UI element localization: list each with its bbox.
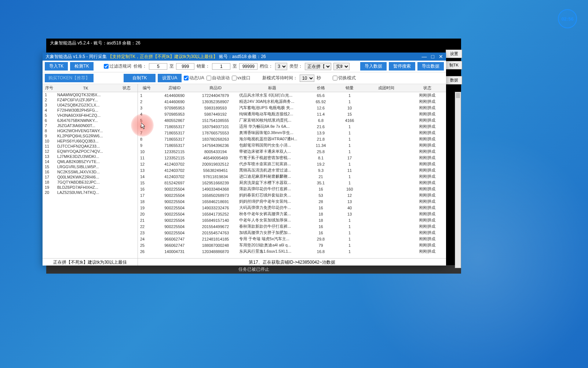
set-ua-button[interactable]: 设置UA <box>158 74 182 82</box>
table-row[interactable]: 1112335211546549095469竹篦子虱子梳超密齿加密梳...8.1… <box>138 155 446 161</box>
table-row[interactable]: 12412403702200919832512代步车喷水壶富路三轮富路...19… <box>138 161 446 167</box>
wait-label: 新模式等待时间： <box>262 75 297 81</box>
table-row[interactable]: 1341240370255638249451黑猫高压清洗机进水管过滤...9.3… <box>138 167 446 173</box>
filter-checkbox[interactable] <box>104 64 109 69</box>
right-col-header[interactable]: 编号 <box>138 84 156 92</box>
right-col-header[interactable]: 店铺ID <box>156 84 193 92</box>
maximize-icon[interactable]: □ <box>431 54 434 59</box>
back-btn-data[interactable]: 数据 <box>446 76 462 84</box>
clock-widget: 02:56 <box>558 9 577 28</box>
table-row[interactable]: 11DJTCCHFN2QAKZ33... <box>43 144 138 149</box>
table-row[interactable]: 7718655317178766575553奥博香味园珠笔0.38mm学生...… <box>138 130 446 136</box>
vx-api-label: vx接口 <box>237 75 251 81</box>
table-row[interactable]: 19900225504149033232476大码高弹弹力免烫印花仿牛...16… <box>138 205 446 211</box>
table-row[interactable]: 16900225504149033484368薄款高弹印花仿牛仔打底裤...16… <box>138 186 446 192</box>
toolbar-row-1: 导入TK 检测TK 过滤违规词 价格： 至 销量： 至 档位： 3 类型： 正在… <box>43 61 446 72</box>
table-row[interactable]: 24966062747212481814185专用 于奇瑞 瑞虎5x汽车主...… <box>138 236 446 242</box>
back-window-title: 大象智能选品 v5.2.4 - 账号：asd518 余额：26 <box>46 39 461 48</box>
table-row[interactable]: 10HEPIS6YU66QQ3B3... <box>43 138 138 144</box>
table-row[interactable]: 17900225504165850268973妈妈春装灯芯绒外套短款夹...53… <box>138 192 446 198</box>
status-left: 正在拼【不死tk】建议tk为30以上最佳 <box>43 259 138 266</box>
right-col-header[interactable]: 商品ID <box>193 84 238 92</box>
table-row[interactable]: 15LRGGVRLSIBLLW5P... <box>43 164 138 169</box>
table-row[interactable]: 2414460690139352358907精选24V 30A纯水机电源商务..… <box>138 98 446 105</box>
sales-to-input[interactable] <box>239 63 258 70</box>
table-row[interactable]: 21900225504165849157140中老年人冬女装加绒加厚保...18… <box>138 217 446 223</box>
table-row[interactable]: 15815242697162951668239厨房洗菜盆下水槽下水器双...35… <box>138 180 446 186</box>
right-col-header[interactable]: 状态 <box>408 84 446 92</box>
table-row[interactable]: 66J647675BKNMNKY... <box>43 118 138 123</box>
table-row[interactable]: 1NAAMWQ0QTK32IBX... <box>43 92 138 98</box>
price-to-input[interactable] <box>176 63 194 70</box>
right-col-header[interactable]: 价格 <box>306 84 335 92</box>
table-row[interactable]: 49709859535987449192纯铜通用电动车电瓶连接线2...11.4… <box>138 111 446 117</box>
table-row[interactable]: 17Q00LM2KWKZ2RHI6... <box>43 174 138 180</box>
table-row[interactable]: 20900225504165841735252秋冬中老年女裤高腰弹力紧...18… <box>138 211 446 217</box>
back-window-footer: 任务已被已停止 <box>46 265 461 274</box>
table-row[interactable]: 22900225504201554499672春秋薄款新款仿牛仔打底裤...16… <box>138 223 446 230</box>
table-row[interactable]: 13LJ7MKE3DZU3WDKI... <box>43 154 138 159</box>
close-icon[interactable]: ✕ <box>439 54 443 59</box>
table-row[interactable]: 8HGK2WOHVENGTANY... <box>43 128 138 133</box>
table-row[interactable]: 5VH3NA6OX6F4HCZQ... <box>43 113 138 118</box>
wait-select[interactable]: 10 <box>300 75 314 82</box>
make-tk-button[interactable]: 自制TK <box>124 74 156 82</box>
toolbar-row-2: 购买TOKEN【推荐】 自制TK 设置UA 动态UA 自动滚动 vx接口 新模式… <box>43 72 446 84</box>
buy-token-button[interactable]: 购买TOKEN【推荐】 <box>45 74 94 82</box>
import-tk-button[interactable]: 导入TK <box>45 62 68 71</box>
table-row[interactable]: 6718655317183794937101适用 华为畅玩8A 8e 7x 6A… <box>138 123 446 130</box>
detect-tk-button[interactable]: 检测TK <box>70 62 93 71</box>
right-col-header[interactable]: 销量 <box>335 84 364 92</box>
back-btn-settings[interactable]: 设置 <box>446 50 462 58</box>
statusbar: 正在拼【不死tk】建议tk为30以上最佳 第17、正在获取店铺ID->42385… <box>43 258 446 266</box>
table-row[interactable]: 101233521158005433194带裙边床裙罩卡通床单双人...25.8… <box>138 148 446 155</box>
switch-mode-label: 切换模式 <box>338 75 356 81</box>
table-row[interactable]: 26140004731120348886870东风风行景逸1.6suv1.5XL… <box>138 248 446 255</box>
right-col-header[interactable]: 标题 <box>238 84 306 92</box>
minimize-icon[interactable]: — <box>422 54 427 59</box>
table-row[interactable]: 187GQTYABDBE32JPC... <box>43 180 138 185</box>
sales-from-input[interactable] <box>212 63 230 70</box>
table-row[interactable]: 1441240370297811819834进口迪尼麻原料耐磨麒麟鞭...211… <box>138 173 446 180</box>
status-right: 第17、正在获取店铺ID->423850042~泊数据 <box>138 259 446 266</box>
back-btn-maketk[interactable]: 制TK <box>446 61 462 69</box>
type-select[interactable]: 正在拼【不 <box>305 63 331 70</box>
import-data-button[interactable]: 导入数据 <box>360 62 387 71</box>
table-row[interactable]: 12EQWYOQAZPOC74QV... <box>43 149 138 154</box>
table-row[interactable]: 5480552867151754108555厂家直销30枚纯纸浆鸡蛋托...6.… <box>138 117 446 123</box>
table-row[interactable]: 16NC2KSSMLJ4XVX3D... <box>43 169 138 174</box>
table-row[interactable]: 9718655317147594396236包邮笔帘韩国简约女生小清...11.… <box>138 142 446 148</box>
dynamic-ua-checkbox[interactable] <box>184 76 189 80</box>
left-col-header[interactable]: 序号 <box>43 84 56 92</box>
auto-scroll-checkbox[interactable] <box>207 76 211 80</box>
scrollbar-thumb[interactable] <box>456 93 460 98</box>
vx-api-checkbox[interactable] <box>232 76 237 80</box>
table-row[interactable]: 7J5ZGAT3IA60N00T... <box>43 123 138 128</box>
pause-search-button[interactable]: 暂停搜索 <box>389 62 415 71</box>
pos-select[interactable]: 3 <box>275 63 287 70</box>
left-col-header[interactable]: 状态 <box>116 84 138 92</box>
table-row[interactable]: 9KL2P6PQ6HLSG2RW6... <box>43 133 138 138</box>
table-row[interactable]: 2FZ4PC6FVUZFJ6PY... <box>43 97 138 102</box>
table-row[interactable]: 39709859535983189593汽车蓄电池UPS 电瓶电极 夹...12… <box>138 105 446 111</box>
table-row[interactable]: 8718655317183780268263海尔电视机遥控器HTRA07通H..… <box>138 136 446 142</box>
table-row[interactable]: 19BLDZ6PD7AFHIXHZ... <box>43 185 138 190</box>
title-suffix: 账号：asd518 余额：26 <box>219 54 266 59</box>
table-row[interactable]: 3U04ZSQBKZG23CLX... <box>43 102 138 108</box>
switch-mode-checkbox[interactable] <box>333 76 337 80</box>
to-label-2: 至 <box>233 63 237 69</box>
table-row[interactable]: 25966062747188087000248车用垫2019款奥迪a4l a6l… <box>138 242 446 248</box>
right-col-header[interactable]: 成团时间 <box>364 84 408 92</box>
realtime-select[interactable]: 实时 <box>333 63 350 70</box>
table-row[interactable]: 23900225504201554574763加绒高腰弹力女胖子加肥加...16… <box>138 230 446 236</box>
table-row[interactable]: 18900225504165846218691妈妈丝绵护肩中老年女装纯...28… <box>138 198 446 205</box>
table-row[interactable]: 1414460690172244047879优品风水球水泵 8瓦6灯白光...6… <box>138 92 446 99</box>
price-from-input[interactable] <box>149 63 167 70</box>
main-window: 大象智能选品 v1.9.5 - 同行采集 【支持定制TK，正在拼【不死tk】建议… <box>43 53 446 266</box>
table-row[interactable]: 14QMLAB2K0B5ZYVTE... <box>43 159 138 164</box>
table-row[interactable]: 20LAZ52S0UWL74TKQ... <box>43 190 138 195</box>
left-col-header[interactable]: TK <box>56 84 116 92</box>
sales-label: 销量： <box>197 63 210 69</box>
export-data-button[interactable]: 导出数据 <box>417 62 444 71</box>
table-row[interactable]: 4F72IHW30B2PH5FG... <box>43 108 138 113</box>
